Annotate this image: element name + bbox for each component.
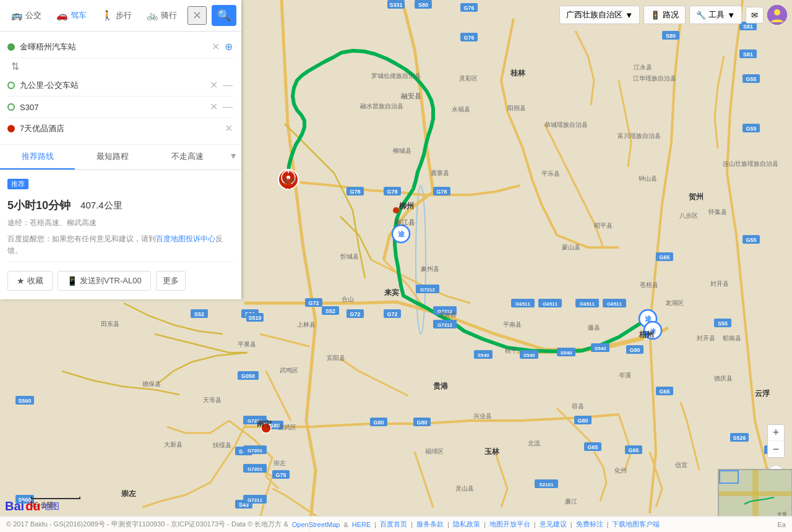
feedback-link[interactable]: 意见建议 (540, 520, 567, 529)
svg-text:G65: G65 (628, 447, 639, 453)
terms-link[interactable]: 服务条款 (416, 520, 444, 529)
zoom-out-button[interactable]: − (768, 441, 784, 457)
region-chevron-icon: ▼ (625, 11, 633, 20)
privacy-link[interactable]: 隐私政策 (453, 520, 480, 529)
svg-text:S52: S52 (325, 308, 335, 314)
waypoint-label-4: 7天优品酒店 (20, 123, 218, 134)
svg-text:G7201: G7201 (248, 466, 263, 472)
tab-drive[interactable]: 🚗 驾车 (50, 7, 93, 24)
close-button[interactable]: ✕ (187, 6, 207, 25)
svg-text:G75: G75 (275, 472, 286, 478)
waypoint-clear-4[interactable]: ✕ (223, 122, 234, 135)
waypoint-dot-2 (7, 82, 15, 89)
bus-icon: 🚌 (11, 10, 23, 21)
left-panel: 🚌 公交 🚗 驾车 🚶 步行 🚲 骑行 ✕ 🔍 金暉梧州汽车站 ✕ ⊕ (0, 0, 241, 299)
svg-text:G65: G65 (587, 444, 598, 450)
svg-text:G65: G65 (659, 254, 669, 260)
tools-chevron-icon: ▼ (727, 11, 735, 20)
waypoint-4: 7天优品酒店 ✕ (7, 118, 234, 139)
svg-text:S540: S540 (595, 346, 606, 351)
svg-text:G72: G72 (308, 300, 319, 306)
svg-point-119 (261, 423, 271, 433)
waypoint-dot-3 (7, 103, 15, 111)
svg-text:途: 途 (398, 230, 405, 238)
traffic-icon: 🚦 (650, 11, 660, 20)
zoom-in-button[interactable]: + (768, 425, 784, 441)
openstreetmap-link[interactable]: OpenStreetMap (292, 521, 340, 528)
message-icon: ✉ (751, 11, 758, 20)
swap-waypoints-button[interactable]: ⇅ (9, 59, 22, 74)
complaint-link[interactable]: 百度地图投诉中心 (156, 234, 215, 243)
message-button[interactable]: ✉ (746, 7, 764, 24)
route-tab-nohighway[interactable]: 不走高速 (150, 145, 225, 169)
tools-icon: 🔧 (696, 11, 706, 20)
svg-text:途: 途 (650, 328, 656, 334)
waypoint-add-1[interactable]: ⊕ (223, 41, 234, 53)
waypoint-actions-3: ✕ — (209, 101, 234, 113)
svg-text:S2101: S2101 (539, 482, 554, 487)
svg-text:G72: G72 (387, 311, 397, 317)
here-link[interactable]: HERE (352, 521, 371, 528)
search-button[interactable]: 🔍 (212, 5, 236, 26)
svg-text:S55: S55 (718, 320, 728, 327)
svg-text:G6511: G6511 (607, 301, 622, 307)
user-avatar[interactable] (767, 5, 787, 25)
svg-text:G7201: G7201 (248, 448, 263, 453)
svg-point-122 (393, 207, 399, 213)
route-tab-shortest[interactable]: 最短路程 (75, 145, 150, 169)
waypoint-actions-2: ✕ — (209, 79, 234, 92)
ea-label: Ea (778, 521, 786, 528)
svg-text:G76: G76 (463, 35, 474, 41)
waypoint-clear-3[interactable]: ✕ (209, 101, 219, 113)
tab-bike[interactable]: 🚲 骑行 (140, 7, 183, 24)
svg-text:S80: S80 (418, 2, 428, 8)
route-tabs-chevron[interactable]: ▼ (225, 145, 241, 169)
baidu-home-link[interactable]: 百度首页 (380, 520, 407, 529)
svg-text:G72: G72 (350, 311, 360, 317)
svg-text:G7212: G7212 (437, 309, 453, 314)
waypoint-clear-1[interactable]: ✕ (210, 41, 221, 53)
svg-text:G6511: G6511 (543, 301, 558, 307)
svg-text:G65: G65 (659, 388, 669, 395)
preview-svg: 全景 (718, 470, 792, 518)
svg-text:G050: G050 (241, 373, 255, 379)
svg-text:G55: G55 (746, 237, 756, 243)
traffic-button[interactable]: 🚦 路况 (644, 6, 686, 24)
more-button[interactable]: 更多 (156, 271, 186, 291)
svg-text:G78: G78 (436, 189, 447, 195)
collect-button[interactable]: ★ 收藏 (7, 271, 53, 291)
tools-button[interactable]: 🔧 工具 ▼ (689, 6, 742, 24)
map-preview: 全景 (718, 469, 792, 518)
download-link[interactable]: 下载地图客户端 (612, 520, 660, 529)
svg-text:S81: S81 (743, 51, 753, 58)
recommended-badge: 推荐 (7, 179, 28, 189)
svg-text:S510: S510 (248, 315, 261, 321)
route-tab-recommended[interactable]: 推荐路线 (0, 145, 75, 169)
svg-text:G7212: G7212 (420, 287, 436, 293)
waypoint-label-2: 九公里-公交车站 (20, 80, 204, 91)
waypoint-remove-2[interactable]: — (222, 79, 234, 92)
free-mark-link[interactable]: 免费标注 (576, 520, 603, 529)
baidu-notice: 百度提醒您：如果您有任何意见和建议，请到百度地图投诉中心反馈。 (7, 233, 234, 262)
svg-text:G80: G80 (629, 347, 640, 353)
route-time: 5小时10分钟 (7, 198, 71, 213)
transport-tabs: 🚌 公交 🚗 驾车 🚶 步行 🚲 骑行 ✕ 🔍 (0, 0, 241, 32)
phone-icon: 📱 (67, 276, 77, 286)
svg-text:G78: G78 (350, 189, 360, 195)
region-label: 广西壮族自治区 (566, 9, 622, 20)
region-selector[interactable]: 广西壮族自治区 ▼ (559, 6, 640, 24)
tab-walk[interactable]: 🚶 步行 (95, 7, 138, 24)
svg-text:G7212: G7212 (437, 322, 453, 328)
svg-text:S52: S52 (194, 311, 204, 317)
svg-text:G6511: G6511 (580, 301, 595, 307)
waypoint-actions-4: ✕ (223, 122, 234, 135)
tab-bus[interactable]: 🚌 公交 (5, 7, 48, 24)
open-platform-link[interactable]: 地图开放平台 (489, 520, 530, 529)
send-to-device-button[interactable]: 📱 发送到VTR-AL00 (58, 271, 151, 291)
svg-text:G80: G80 (416, 419, 427, 426)
waypoint-clear-2[interactable]: ✕ (209, 79, 219, 92)
waypoint-remove-3[interactable]: — (222, 101, 234, 113)
action-buttons: ★ 收藏 📱 发送到VTR-AL00 更多 (7, 267, 234, 294)
baidu-text: Bai (5, 499, 24, 513)
svg-text:G6511: G6511 (515, 301, 531, 307)
